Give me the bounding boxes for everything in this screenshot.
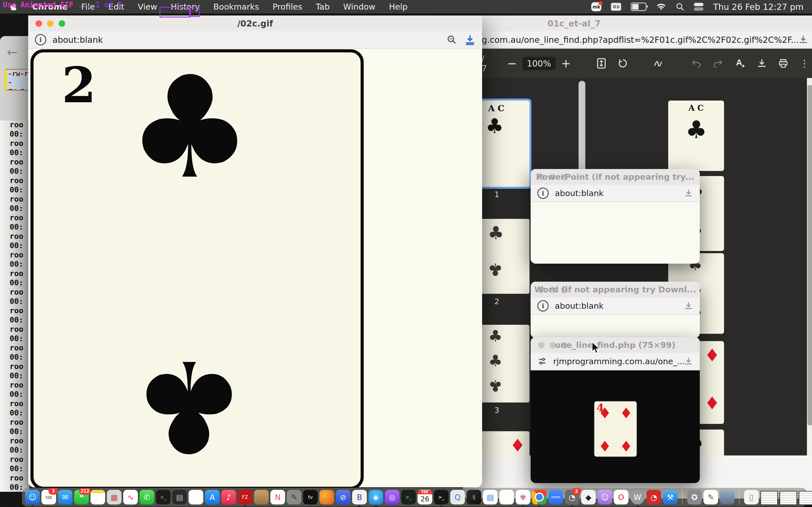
dock-item-retro-phone[interactable]: ▤ <box>172 490 187 504</box>
dock-item-app-store[interactable]: A <box>205 490 220 504</box>
dock-item-tooth-app[interactable]: W <box>630 490 645 504</box>
dock-item-apple-tv[interactable]: tv <box>303 490 318 504</box>
dock-item-xcode[interactable]: ⚒ <box>663 490 677 504</box>
pdf-window-titlebar[interactable]: 01c_et-al_7 <box>463 15 812 32</box>
popup-url-text[interactable]: about:blank <box>555 188 604 198</box>
dock-item-music[interactable]: ♪ <box>221 490 236 504</box>
dock-item-messages[interactable]: ❝212 <box>74 490 89 504</box>
dock-item-launchpad[interactable]: ▦ <box>107 490 121 504</box>
dock-item-paint-palette[interactable]: ✾ <box>516 490 530 504</box>
gif-url-text[interactable]: about:blank <box>52 35 103 45</box>
dock-item-pictures-stack[interactable] <box>720 490 734 504</box>
dock-item-terminal-dark[interactable]: >_ <box>434 490 449 504</box>
menu-item-bookmarks[interactable]: Bookmarks <box>207 2 266 11</box>
popup-titlebar[interactable]: PowerPoint (if not appearing try... <box>530 169 700 185</box>
dock-item-minimized-window[interactable] <box>799 491 812 505</box>
download-icon[interactable] <box>684 357 693 366</box>
download-icon-active[interactable] <box>465 34 475 45</box>
undo-button[interactable] <box>691 58 702 69</box>
dock-item-facetime[interactable]: ✆ <box>140 490 154 504</box>
more-options-icon[interactable]: ⋮ <box>800 58 809 69</box>
download-icon[interactable] <box>757 58 767 69</box>
one-line-find-popup-window[interactable]: one_line_find.php (75×99) rjmprogramming… <box>530 337 700 483</box>
dock-item-intellij[interactable]: IJ <box>467 490 481 504</box>
pdf-scrollbar[interactable] <box>807 78 812 455</box>
dock-item-preview-document[interactable] <box>189 490 203 504</box>
info-icon[interactable]: i <box>538 187 549 199</box>
dock-item-device-card[interactable]: ▯ <box>744 490 759 504</box>
dock-item-minimized-window[interactable] <box>779 491 797 505</box>
gif-window-titlebar[interactable]: /02c.gif <box>28 15 482 32</box>
popup-url-bar[interactable]: i about:blank <box>530 185 700 202</box>
popup-url-bar[interactable]: rjmprogramming.com.au/one_... <box>530 353 700 371</box>
wifi-icon[interactable] <box>656 3 666 11</box>
redo-button[interactable] <box>713 58 723 69</box>
menu-item-help[interactable]: Help <box>382 2 414 11</box>
dock-item-zoom[interactable]: zoom <box>548 490 563 504</box>
dock-item-mail[interactable]: ✉ <box>58 490 72 504</box>
dock-item-inkscape[interactable]: ◆ <box>581 490 596 504</box>
spotlight-search-icon[interactable] <box>676 3 684 11</box>
dock-item-terminal-green[interactable]: >_ <box>401 490 416 504</box>
zoom-in-button[interactable]: + <box>561 58 571 69</box>
popup-url-text[interactable]: rjmprogramming.com.au/one_... <box>553 356 684 366</box>
dock-item-libreoffice[interactable]: ▤ <box>483 490 498 504</box>
popup-titlebar[interactable]: Word (if not appearing try Downl... <box>530 282 700 298</box>
control-center-icon[interactable] <box>694 3 703 11</box>
menu-item-tab[interactable]: Tab <box>309 2 336 11</box>
terminal-window[interactable]: UIDTIMroo00:roo00:roo00:roo00:roo00:roo0… <box>0 90 30 492</box>
zoom-level-field[interactable]: 100% <box>522 57 556 70</box>
gif-url-bar[interactable]: i about:blank <box>28 31 482 49</box>
dock[interactable]: ☺≔3✉❝212▦∿✆>_▤A♪FZN✎tv⊘B◈◎>_FEB26>_QIJ▤✾… <box>22 488 807 506</box>
dock-item-document[interactable] <box>499 490 514 504</box>
dock-item-chrome[interactable] <box>532 490 547 504</box>
back-arrow-icon[interactable]: ← <box>7 45 18 60</box>
battery-icon[interactable] <box>631 3 647 11</box>
dock-item-settings-pie[interactable]: ◔2 <box>565 490 579 504</box>
add-text-annotation-button[interactable] <box>735 58 746 69</box>
dock-item-tan-app[interactable] <box>254 490 269 504</box>
dock-item-blocked-app[interactable]: ⊘ <box>336 490 350 504</box>
dock-item-cat-app[interactable]: ☺ <box>598 490 612 504</box>
dock-item-minimized-window[interactable] <box>760 491 778 505</box>
print-icon[interactable] <box>778 58 788 69</box>
dock-item-opera[interactable]: O <box>614 490 628 504</box>
dock-item-gimp[interactable]: ✎ <box>287 490 301 504</box>
dock-item-wave-app[interactable]: ∿ <box>123 490 138 504</box>
dock-item-accessibility-app[interactable]: ✪ <box>687 490 702 504</box>
pdf-toolbar[interactable]: 1 / 7 − 100% + ⋮ <box>463 49 812 78</box>
status-app-icon[interactable]: mk <box>591 2 601 11</box>
menu-item-window[interactable]: Window <box>336 2 382 11</box>
popup-url-bar[interactable]: i about:blank <box>530 297 700 315</box>
zoom-out-button[interactable]: − <box>507 58 517 69</box>
dock-item-reminders[interactable]: ≔3 <box>42 490 56 504</box>
keyboard-icon[interactable]: ⌘≣ <box>611 3 621 11</box>
download-icon[interactable] <box>684 301 693 311</box>
dock-item-calendar[interactable]: FEB26 <box>417 490 432 504</box>
dock-item-quicktime[interactable]: Q <box>450 490 465 504</box>
pdf-url-text[interactable]: ming.com.au/one_line_find.php?apdflist=%… <box>466 35 799 45</box>
rotate-button[interactable] <box>617 58 628 69</box>
annotate-draw-button[interactable] <box>654 58 665 69</box>
dock-item-notes[interactable] <box>91 490 105 504</box>
download-icon[interactable] <box>684 189 693 198</box>
dock-item-red-gauge-app[interactable]: ◔ <box>647 490 661 504</box>
download-icon[interactable] <box>799 35 808 45</box>
dock-item-apple-news[interactable]: N <box>270 490 285 504</box>
menu-item-profiles[interactable]: Profiles <box>266 2 309 11</box>
fit-page-button[interactable] <box>597 58 606 69</box>
powerpoint-popup-window[interactable]: PowerPoint (if not appearing try... i ab… <box>530 169 700 264</box>
dock-item-finder[interactable]: ☺ <box>25 490 40 504</box>
popup-url-text[interactable]: about:blank <box>555 301 604 311</box>
info-icon[interactable]: i <box>538 300 549 312</box>
pdf-url-bar[interactable]: ming.com.au/one_line_find.php?apdflist=%… <box>463 31 812 49</box>
search-zoom-icon[interactable] <box>447 35 457 45</box>
popup-titlebar[interactable]: one_line_find.php (75×99) <box>530 337 700 353</box>
dock-item-terminal[interactable]: >_ <box>156 490 170 504</box>
pdf-page-1[interactable]: A C♣ <box>668 101 724 171</box>
dock-item-filezilla[interactable]: FZ <box>238 490 252 504</box>
menu-item-view[interactable]: View <box>131 2 164 11</box>
menu-clock[interactable]: Thu 26 Feb 12:27 pm <box>713 2 804 12</box>
dock-item-firefox[interactable] <box>319 490 334 504</box>
tune-icon[interactable] <box>538 356 547 366</box>
